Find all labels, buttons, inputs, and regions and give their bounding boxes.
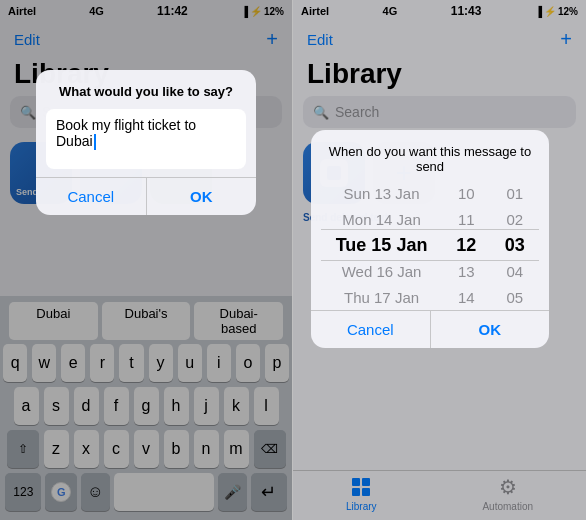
picker-col-minutes[interactable]: 01 02 03 04 05 <box>491 180 539 310</box>
picker-day-4: Thu 17 Jan <box>321 284 442 310</box>
left-dialog-cancel[interactable]: Cancel <box>36 178 147 215</box>
right-date-ok[interactable]: OK <box>431 311 550 348</box>
picker-col-hours[interactable]: 10 11 12 13 14 <box>442 180 490 310</box>
picker-day-3: Wed 16 Jan <box>321 258 442 284</box>
picker-min-4: 05 <box>491 284 539 310</box>
right-picker-container[interactable]: Sun 13 Jan Mon 14 Jan Tue 15 Jan Wed 16 … <box>311 180 549 310</box>
picker-hour-4: 14 <box>442 284 490 310</box>
left-dialog-ok[interactable]: OK <box>147 178 257 215</box>
right-phone-panel: Airtel 4G 11:43 ▐ ⚡ 12% Edit + Library 🔍… <box>293 0 586 520</box>
right-date-picker-header: When do you want this message to send <box>311 130 549 180</box>
right-date-cancel[interactable]: Cancel <box>311 311 431 348</box>
left-dialog-overlay: What would you like to say? Book my flig… <box>0 0 292 520</box>
picker-min-3: 04 <box>491 258 539 284</box>
picker-min-1: 02 <box>491 206 539 232</box>
picker-day-1: Mon 14 Jan <box>321 206 442 232</box>
picker-day-0: Sun 13 Jan <box>321 180 442 206</box>
picker-hour-0: 10 <box>442 180 490 206</box>
left-dialog-cursor <box>94 134 96 150</box>
picker-col-days[interactable]: Sun 13 Jan Mon 14 Jan Tue 15 Jan Wed 16 … <box>321 180 442 310</box>
left-dialog-actions: Cancel OK <box>36 177 256 215</box>
left-dialog-header: What would you like to say? <box>36 70 256 105</box>
right-date-picker-dialog: When do you want this message to send Su… <box>311 130 549 348</box>
picker-hour-2: 12 <box>442 232 490 258</box>
left-dialog: What would you like to say? Book my flig… <box>36 70 256 215</box>
left-phone-panel: Airtel 4G 11:42 ▐ ⚡ 12% Edit + Library 🔍… <box>0 0 293 520</box>
left-dialog-input[interactable]: Book my flight ticket to Dubai <box>46 109 246 169</box>
right-date-dialog-actions: Cancel OK <box>311 310 549 348</box>
picker-hour-3: 13 <box>442 258 490 284</box>
picker-min-2: 03 <box>491 232 539 258</box>
picker-hour-1: 11 <box>442 206 490 232</box>
picker-day-2: Tue 15 Jan <box>321 232 442 258</box>
left-dialog-input-text: Book my flight ticket to Dubai <box>56 117 196 149</box>
picker-min-0: 01 <box>491 180 539 206</box>
